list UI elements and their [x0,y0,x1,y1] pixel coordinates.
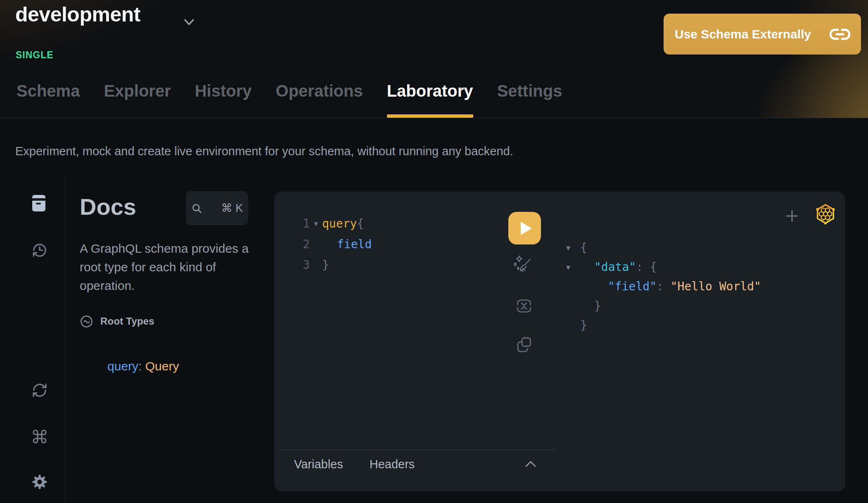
refresh-schema-button[interactable] [31,382,48,399]
docs-description: A GraphQL schema provides a root type fo… [80,239,253,295]
use-schema-externally-label: Use Schema Externally [675,27,811,41]
response-line: "field": "Hello World" [566,277,761,296]
docs-panel: Docs ⌘ K A GraphQL schema provides a roo… [65,118,274,503]
graphql-hive-logo-icon[interactable] [814,202,837,225]
fold-arrow-icon[interactable]: ▾ [566,262,580,272]
json-key-field: "field" [608,280,657,293]
tab-variables[interactable]: Variables [294,458,343,471]
chevron-down-icon[interactable] [183,18,195,26]
merge-icon [515,298,533,314]
laboratory-page: development SINGLE Use Schema Externally… [0,0,868,503]
environment-badge: SINGLE [16,50,54,61]
root-types-section: Root Types [80,314,154,329]
history-sidebar-button[interactable] [31,242,48,259]
prettify-query-button[interactable] [512,255,533,275]
copy-icon [516,336,532,354]
settings-sidebar-button[interactable] [31,474,48,490]
response-line: ▾ "data": { [566,257,761,277]
plus-icon [785,209,803,223]
add-tab-button[interactable] [785,207,803,225]
graphiql-panel: 1 ▾ query{ 2 field 3 } [274,192,845,491]
editor-footer-tabs: Variables Headers [294,456,415,472]
close-brace: } [322,258,329,272]
docs-sidebar-button[interactable] [31,195,48,211]
line-number: 2 [274,237,310,251]
fold-arrow-icon[interactable]: ▾ [566,243,580,253]
query-editor[interactable]: 1 ▾ query{ 2 field 3 } [274,213,372,275]
root-types-label: Root Types [100,316,154,327]
tab-history[interactable]: History [195,82,252,118]
json-key-data: "data" [594,260,636,274]
tab-operations[interactable]: Operations [276,82,363,118]
play-icon [521,222,532,235]
query-line[interactable]: 3 } [274,254,372,275]
response-line: ▾ { [566,238,761,257]
tab-bar: Schema Explorer History Operations Labor… [17,82,562,118]
tab-explorer[interactable]: Explorer [104,82,171,118]
line-number: 1 [274,217,310,230]
editor-footer-divider [278,450,556,450]
keyboard-shortcuts-button[interactable] [31,428,48,445]
response-viewer: ▾ { ▾ "data": { "field": "Hello World" }… [566,238,761,335]
root-type-type-link[interactable]: Query [145,359,179,373]
page-header: development SINGLE Use Schema Externally… [0,0,868,118]
page-title: development [15,2,140,26]
gear-icon [31,474,48,490]
tab-schema[interactable]: Schema [17,82,80,118]
link-icon [830,27,850,41]
search-shortcut-label: ⌘ K [221,202,243,215]
query-line[interactable]: 1 ▾ query{ [274,213,372,234]
fold-arrow-icon[interactable]: ▾ [310,219,322,228]
root-type-query: query: Query [87,345,179,387]
response-line: } [566,316,761,335]
query-line[interactable]: 2 field [274,234,372,254]
book-icon [31,195,48,211]
root-types-icon [80,315,93,328]
chevron-up-icon [524,459,542,469]
root-type-field-link[interactable]: query [107,359,138,373]
execute-query-button[interactable] [508,212,541,244]
use-schema-externally-button[interactable]: Use Schema Externally [664,14,861,55]
history-icon [31,242,48,259]
root-type-separator: : [138,359,145,373]
query-keyword: query [322,217,357,230]
json-value-hello-world: "Hello World" [671,280,761,293]
line-number: 3 [274,258,310,272]
docs-search-button[interactable]: ⌘ K [186,191,248,225]
docs-title: Docs [80,193,136,220]
icon-rail [0,177,65,503]
collapse-footer-button[interactable] [524,455,542,473]
open-brace: { [357,217,364,230]
copy-query-button[interactable] [516,336,532,354]
response-line: } [566,296,761,316]
search-icon [191,177,216,240]
tab-headers[interactable]: Headers [370,458,415,471]
query-field: field [337,237,372,251]
command-icon [31,428,48,445]
refresh-icon [31,382,48,399]
tab-settings[interactable]: Settings [497,82,562,118]
prettify-icon [512,255,533,275]
merge-fragments-button[interactable] [515,298,533,314]
tab-laboratory[interactable]: Laboratory [387,82,473,118]
